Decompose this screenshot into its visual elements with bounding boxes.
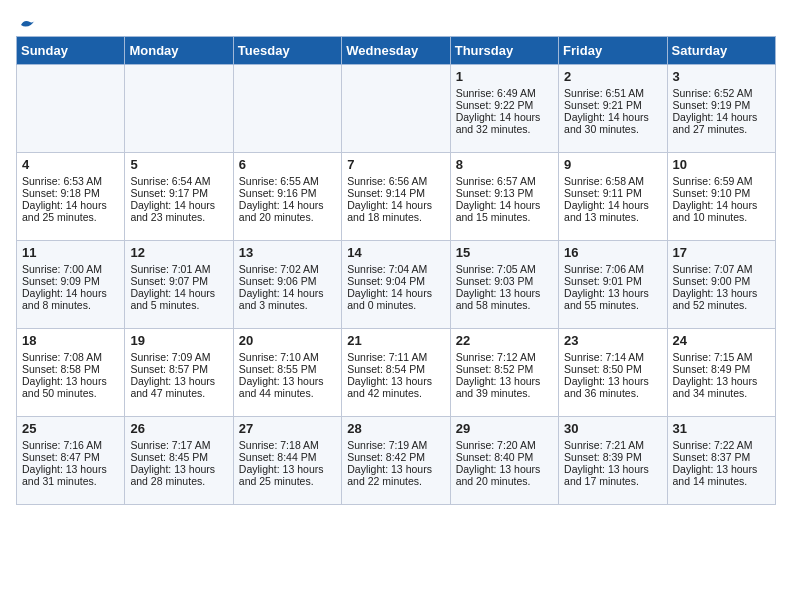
day-number: 15 xyxy=(456,245,553,260)
day-info: Sunset: 8:50 PM xyxy=(564,363,661,375)
day-info: Sunset: 9:01 PM xyxy=(564,275,661,287)
day-info: Sunrise: 6:59 AM xyxy=(673,175,770,187)
day-info: Sunset: 9:07 PM xyxy=(130,275,227,287)
day-info: Daylight: 13 hours xyxy=(456,463,553,475)
day-info: Sunset: 8:54 PM xyxy=(347,363,444,375)
day-info: Daylight: 13 hours xyxy=(130,463,227,475)
calendar-header-friday: Friday xyxy=(559,37,667,65)
day-info: Daylight: 14 hours xyxy=(347,287,444,299)
day-info: Daylight: 13 hours xyxy=(130,375,227,387)
day-info: Sunset: 8:44 PM xyxy=(239,451,336,463)
calendar-cell: 17Sunrise: 7:07 AMSunset: 9:00 PMDayligh… xyxy=(667,241,775,329)
day-number: 1 xyxy=(456,69,553,84)
day-info: and 58 minutes. xyxy=(456,299,553,311)
day-info: Sunrise: 7:17 AM xyxy=(130,439,227,451)
day-number: 26 xyxy=(130,421,227,436)
day-info: Sunset: 9:03 PM xyxy=(456,275,553,287)
day-info: Sunset: 8:58 PM xyxy=(22,363,119,375)
calendar-cell: 13Sunrise: 7:02 AMSunset: 9:06 PMDayligh… xyxy=(233,241,341,329)
day-info: and 14 minutes. xyxy=(673,475,770,487)
day-info: Daylight: 13 hours xyxy=(239,375,336,387)
day-number: 21 xyxy=(347,333,444,348)
day-info: Sunset: 9:22 PM xyxy=(456,99,553,111)
day-number: 11 xyxy=(22,245,119,260)
day-number: 10 xyxy=(673,157,770,172)
day-info: Daylight: 14 hours xyxy=(456,199,553,211)
day-info: Sunrise: 6:54 AM xyxy=(130,175,227,187)
day-info: and 47 minutes. xyxy=(130,387,227,399)
day-number: 23 xyxy=(564,333,661,348)
day-info: Daylight: 13 hours xyxy=(673,463,770,475)
day-info: and 55 minutes. xyxy=(564,299,661,311)
day-number: 29 xyxy=(456,421,553,436)
day-info: and 8 minutes. xyxy=(22,299,119,311)
day-info: and 23 minutes. xyxy=(130,211,227,223)
day-info: Daylight: 14 hours xyxy=(564,111,661,123)
day-info: Daylight: 13 hours xyxy=(564,287,661,299)
day-info: and 0 minutes. xyxy=(347,299,444,311)
day-info: Sunset: 9:14 PM xyxy=(347,187,444,199)
calendar-week-row: 11Sunrise: 7:00 AMSunset: 9:09 PMDayligh… xyxy=(17,241,776,329)
day-number: 2 xyxy=(564,69,661,84)
day-info: Sunset: 9:21 PM xyxy=(564,99,661,111)
day-info: Sunset: 9:16 PM xyxy=(239,187,336,199)
day-info: and 39 minutes. xyxy=(456,387,553,399)
day-info: Sunset: 9:18 PM xyxy=(22,187,119,199)
calendar-cell: 19Sunrise: 7:09 AMSunset: 8:57 PMDayligh… xyxy=(125,329,233,417)
day-info: Sunset: 9:09 PM xyxy=(22,275,119,287)
day-info: and 15 minutes. xyxy=(456,211,553,223)
day-info: Sunrise: 6:51 AM xyxy=(564,87,661,99)
day-info: Daylight: 14 hours xyxy=(22,287,119,299)
day-info: Daylight: 13 hours xyxy=(456,375,553,387)
logo-bird-icon xyxy=(18,16,36,34)
calendar-header-thursday: Thursday xyxy=(450,37,558,65)
day-info: Sunset: 8:47 PM xyxy=(22,451,119,463)
calendar-week-row: 4Sunrise: 6:53 AMSunset: 9:18 PMDaylight… xyxy=(17,153,776,241)
day-number: 9 xyxy=(564,157,661,172)
day-info: Sunset: 9:19 PM xyxy=(673,99,770,111)
day-info: Sunset: 9:11 PM xyxy=(564,187,661,199)
day-info: Sunrise: 7:09 AM xyxy=(130,351,227,363)
day-info: Sunrise: 6:55 AM xyxy=(239,175,336,187)
day-info: Sunrise: 7:16 AM xyxy=(22,439,119,451)
day-number: 12 xyxy=(130,245,227,260)
calendar-week-row: 1Sunrise: 6:49 AMSunset: 9:22 PMDaylight… xyxy=(17,65,776,153)
day-info: Sunset: 9:17 PM xyxy=(130,187,227,199)
calendar-cell: 14Sunrise: 7:04 AMSunset: 9:04 PMDayligh… xyxy=(342,241,450,329)
day-info: Sunset: 8:49 PM xyxy=(673,363,770,375)
day-number: 19 xyxy=(130,333,227,348)
day-info: Sunset: 9:06 PM xyxy=(239,275,336,287)
calendar-cell: 29Sunrise: 7:20 AMSunset: 8:40 PMDayligh… xyxy=(450,417,558,505)
day-info: Sunrise: 6:57 AM xyxy=(456,175,553,187)
day-info: and 25 minutes. xyxy=(239,475,336,487)
calendar-cell: 31Sunrise: 7:22 AMSunset: 8:37 PMDayligh… xyxy=(667,417,775,505)
calendar-cell: 22Sunrise: 7:12 AMSunset: 8:52 PMDayligh… xyxy=(450,329,558,417)
calendar-cell: 30Sunrise: 7:21 AMSunset: 8:39 PMDayligh… xyxy=(559,417,667,505)
day-info: Sunrise: 7:18 AM xyxy=(239,439,336,451)
day-number: 6 xyxy=(239,157,336,172)
day-number: 5 xyxy=(130,157,227,172)
day-info: Daylight: 14 hours xyxy=(239,287,336,299)
day-info: Sunrise: 7:22 AM xyxy=(673,439,770,451)
calendar-cell: 24Sunrise: 7:15 AMSunset: 8:49 PMDayligh… xyxy=(667,329,775,417)
day-info: Daylight: 14 hours xyxy=(130,199,227,211)
day-info: Sunrise: 7:01 AM xyxy=(130,263,227,275)
calendar-cell: 26Sunrise: 7:17 AMSunset: 8:45 PMDayligh… xyxy=(125,417,233,505)
day-info: Sunrise: 7:02 AM xyxy=(239,263,336,275)
calendar-cell: 2Sunrise: 6:51 AMSunset: 9:21 PMDaylight… xyxy=(559,65,667,153)
calendar-header-saturday: Saturday xyxy=(667,37,775,65)
day-info: and 52 minutes. xyxy=(673,299,770,311)
day-info: Sunrise: 6:52 AM xyxy=(673,87,770,99)
day-number: 28 xyxy=(347,421,444,436)
calendar-cell: 9Sunrise: 6:58 AMSunset: 9:11 PMDaylight… xyxy=(559,153,667,241)
day-info: Daylight: 14 hours xyxy=(673,111,770,123)
day-info: Sunrise: 6:49 AM xyxy=(456,87,553,99)
calendar-cell: 20Sunrise: 7:10 AMSunset: 8:55 PMDayligh… xyxy=(233,329,341,417)
day-info: Sunrise: 6:56 AM xyxy=(347,175,444,187)
day-info: Sunrise: 7:11 AM xyxy=(347,351,444,363)
calendar-cell: 18Sunrise: 7:08 AMSunset: 8:58 PMDayligh… xyxy=(17,329,125,417)
day-info: Sunrise: 7:12 AM xyxy=(456,351,553,363)
day-info: Daylight: 14 hours xyxy=(564,199,661,211)
calendar-cell: 28Sunrise: 7:19 AMSunset: 8:42 PMDayligh… xyxy=(342,417,450,505)
day-info: Sunset: 9:10 PM xyxy=(673,187,770,199)
